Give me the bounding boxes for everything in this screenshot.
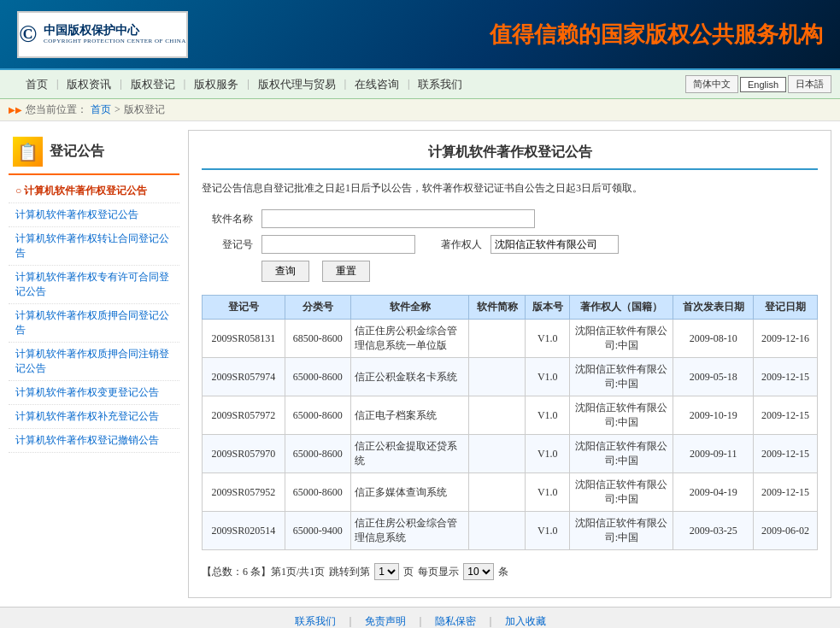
table-cell: 信正住房公积金综合管理信息系统 [350,512,469,550]
sidebar-item-2[interactable]: 计算机软件著作权转让合同登记公告 [9,227,179,266]
software-name-label: 软件名称 [202,212,253,226]
sidebar-item-5[interactable]: 计算机软件著作权质押合同注销登记公告 [9,343,179,381]
table-cell: 2009-12-15 [753,435,817,473]
table-cell: 2009SR057970 [203,435,285,473]
main-content: 📋 登记公告 计算机软件著作权登记公告 计算机软件著作权登记公告 计算机软件著作… [0,121,840,607]
footer-link-disclaimer[interactable]: 免责声明 [365,615,406,627]
lang-btn-en[interactable]: English [740,77,786,92]
table-cell [469,512,526,550]
table-cell: 2009SR057952 [203,473,285,512]
table-cell: 沈阳信正软件有限公司:中国 [570,512,673,550]
table-cell: 2009SR020514 [203,512,285,550]
pagination-per-page-select[interactable]: 10 20 50 [463,563,494,580]
reg-num-label: 登记号 [202,238,253,252]
data-table: 登记号 分类号 软件全称 软件简称 版本号 著作权人（国籍） 首次发表日期 登记… [202,295,818,550]
lang-btn-cn[interactable]: 简体中文 [685,75,738,93]
table-cell: 2009-04-19 [673,473,754,512]
breadcrumb-icon: ▶▶ [9,105,22,114]
sidebar-menu: 计算机软件著作权登记公告 计算机软件著作权登记公告 计算机软件著作权转让合同登记… [9,179,179,453]
table-cell: V1.0 [526,320,570,358]
author-label: 著作权人 [441,238,482,252]
nav-service[interactable]: 版权服务 [185,77,247,92]
nav-home[interactable]: 首页 [17,77,56,92]
sidebar-item-0[interactable]: 计算机软件著作权登记公告 [9,179,179,203]
footer-link-contact[interactable]: 联系我们 [295,615,336,627]
pagination-count-label: 条 [498,565,508,579]
table-cell: 2009-05-18 [673,358,754,396]
table-cell: 信正多媒体查询系统 [350,473,469,512]
search-form: 软件名称 登记号 著作权人 查询 重置 [202,209,818,282]
logo-cn-text: 中国版权保护中心 [44,24,186,37]
table-cell: 沈阳信正软件有限公司:中国 [570,320,673,358]
sidebar-title: 登记公告 [50,143,104,161]
sidebar-item-1[interactable]: 计算机软件著作权登记公告 [9,203,179,227]
nav-agency[interactable]: 版权代理与贸易 [250,77,344,92]
pagination-per-page-label: 每页显示 [418,565,459,579]
table-cell: 信正公积金联名卡系统 [350,358,469,396]
copyright-symbol: © [19,21,37,48]
table-row: 2009SR05795265000-8600信正多媒体查询系统V1.0沈阳信正软… [203,473,818,512]
nav-contact[interactable]: 联系我们 [409,77,471,92]
table-cell: 沈阳信正软件有限公司:中国 [570,358,673,396]
col-reg-date: 登记日期 [753,296,817,320]
sidebar-header: 📋 登记公告 [9,130,179,175]
sidebar-item-6[interactable]: 计算机软件著作权变更登记公告 [9,381,179,405]
sidebar-icon: 📋 [13,137,43,167]
table-cell: 信正电子档案系统 [350,396,469,435]
col-version: 版本号 [526,296,570,320]
pagination-total: 【总数：6 条】第1页/共1页 [202,565,325,579]
table-cell: 2009-09-11 [673,435,754,473]
author-input[interactable] [490,235,619,254]
table-cell: 65000-9400 [285,512,350,550]
pagination-jump-label: 跳转到第 [329,565,370,579]
sidebar-item-3[interactable]: 计算机软件著作权专有许可合同登记公告 [9,266,179,304]
col-short-name: 软件简称 [469,296,526,320]
breadcrumb-current: 版权登记 [124,103,165,117]
nav-menu: 首页 | 版权资讯 | 版权登记 | 版权服务 | 版权代理与贸易 | 在线咨询… [0,77,471,92]
footer-link-bookmark[interactable]: 加入收藏 [505,615,546,627]
table-cell: 2009SR058131 [203,320,285,358]
software-name-input[interactable] [261,209,535,228]
table-row: 2009SR02051465000-9400信正住房公积金综合管理信息系统V1.… [203,512,818,550]
pagination: 【总数：6 条】第1页/共1页 跳转到第 1 页 每页显示 10 20 50 条 [202,559,818,584]
table-row: 2009SR05813168500-8600信正住房公积金综合管理信息系统一单位… [203,320,818,358]
sidebar: 📋 登记公告 计算机软件著作权登记公告 计算机软件著作权登记公告 计算机软件著作… [9,130,179,598]
table-cell [469,435,526,473]
nav-consult[interactable]: 在线咨询 [346,77,408,92]
table-cell: 2009-06-02 [753,512,817,550]
nav-register[interactable]: 版权登记 [122,77,184,92]
sidebar-item-7[interactable]: 计算机软件著作权补充登记公告 [9,405,179,429]
footer-link-privacy[interactable]: 隐私保密 [435,615,476,627]
form-row-regnum: 登记号 著作权人 [202,235,818,254]
table-row: 2009SR05797465000-8600信正公积金联名卡系统V1.0沈阳信正… [203,358,818,396]
table-cell: 65000-8600 [285,358,350,396]
table-cell: 2009SR057974 [203,358,285,396]
table-cell: 2009-10-19 [673,396,754,435]
table-cell [469,320,526,358]
table-cell: 沈阳信正软件有限公司:中国 [570,396,673,435]
query-button[interactable]: 查询 [261,261,309,282]
language-switcher: 简体中文 English 日本語 [685,75,840,93]
lang-btn-jp[interactable]: 日本語 [788,75,831,93]
reset-button[interactable]: 重置 [322,261,370,282]
nav-news[interactable]: 版权资讯 [58,77,120,92]
logo-en-text: COPYRIGHT PROTECTION CENTER OF CHINA [44,38,186,44]
sidebar-item-4[interactable]: 计算机软件著作权质押合同登记公告 [9,304,179,343]
table-cell: V1.0 [526,512,570,550]
table-header-row: 登记号 分类号 软件全称 软件简称 版本号 著作权人（国籍） 首次发表日期 登记… [203,296,818,320]
sidebar-item-8[interactable]: 计算机软件著作权登记撤销公告 [9,429,179,453]
col-full-name: 软件全称 [350,296,469,320]
table-cell: 2009SR057972 [203,396,285,435]
breadcrumb-prefix: 您当前位置： [26,103,87,117]
pagination-jump-select[interactable]: 1 [374,563,399,580]
content-title: 计算机软件著作权登记公告 [202,144,818,170]
breadcrumb: ▶▶ 您当前位置： 首页 > 版权登记 [0,99,840,121]
header-slogan: 值得信赖的国家版权公共服务机构 [490,20,823,50]
pagination-page-label: 页 [403,565,414,579]
breadcrumb-home[interactable]: 首页 [91,103,111,117]
table-cell: 信正公积金提取还贷系统 [350,435,469,473]
reg-num-input[interactable] [261,235,415,254]
table-cell [469,396,526,435]
col-pub-date: 首次发表日期 [673,296,754,320]
table-cell: 2009-12-16 [753,320,817,358]
